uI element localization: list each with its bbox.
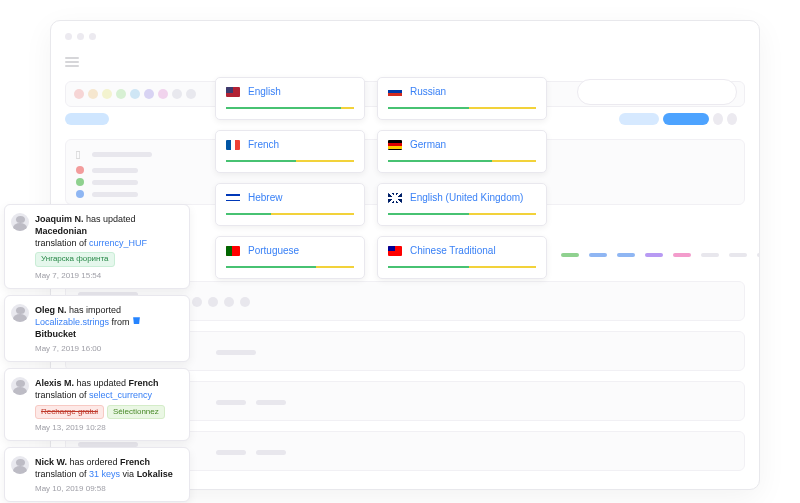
maximize-icon[interactable] (89, 33, 96, 40)
progress-bar (226, 160, 354, 162)
language-card-pt[interactable]: Portuguese (215, 236, 365, 279)
filter-color-dot[interactable] (116, 89, 126, 99)
timestamp: May 13, 2019 10:28 (35, 423, 181, 434)
chip-primary[interactable] (663, 113, 709, 125)
activity-entry[interactable]: Nick W. has ordered Frenchtranslation of… (4, 447, 190, 502)
user-name: Alexis M. (35, 378, 74, 388)
filter-color-dot[interactable] (74, 89, 84, 99)
avatar (11, 213, 29, 231)
platform-dot (76, 190, 84, 198)
filter-color-dot[interactable] (144, 89, 154, 99)
timestamp: May 7, 2019 16:00 (35, 344, 181, 355)
apple-icon:  (76, 148, 80, 162)
filter-color-dot[interactable] (88, 89, 98, 99)
chip-icon[interactable] (713, 113, 723, 125)
key-link[interactable]: 31 keys (89, 469, 120, 479)
progress-dash (673, 253, 691, 257)
flag-icon-ru (388, 87, 402, 97)
timestamp: May 7, 2019 15:54 (35, 271, 181, 282)
translation-pill: Sélectionnez (107, 405, 165, 420)
timestamp: May 10, 2019 09:58 (35, 484, 181, 495)
translation-pill: Унгарска форинта (35, 252, 115, 267)
progress-dash (645, 253, 663, 257)
progress-bar (226, 266, 354, 268)
flag-icon-fr (226, 140, 240, 150)
language-card-en[interactable]: English (215, 77, 365, 120)
avatar (11, 377, 29, 395)
language-name: Hebrew (248, 192, 282, 203)
progress-bar (226, 107, 354, 109)
language-grid: English Russian French German (215, 77, 547, 279)
translation-pill: Recharge gratui (35, 405, 104, 420)
platform-dot (76, 178, 84, 186)
flag-icon-de (388, 140, 402, 150)
bitbucket-icon (132, 316, 141, 325)
progress-dashes (561, 253, 760, 257)
language-card-fr[interactable]: French (215, 130, 365, 173)
activity-entry[interactable]: Alexis M. has updated Frenchtranslation … (4, 368, 190, 441)
language-name: Chinese Traditional (410, 245, 496, 256)
progress-bar (388, 213, 536, 215)
close-icon[interactable] (65, 33, 72, 40)
filter-color-dot[interactable] (172, 89, 182, 99)
key-link[interactable]: currency_HUF (89, 238, 147, 248)
filter-color-dot[interactable] (102, 89, 112, 99)
flag-icon-pt (226, 246, 240, 256)
avatar (11, 456, 29, 474)
activity-entry[interactable]: Joaquim N. has updated Macedoniantransla… (4, 204, 190, 289)
menu-icon[interactable] (65, 57, 79, 67)
user-name: Oleg N. (35, 305, 67, 315)
action-chips (619, 113, 737, 125)
language-name: Portuguese (248, 245, 299, 256)
file-link[interactable]: Localizable.strings (35, 317, 109, 327)
language-card-de[interactable]: German (377, 130, 547, 173)
filter-chip[interactable] (65, 113, 109, 125)
language-card-gb[interactable]: English (United Kingdom) (377, 183, 547, 226)
user-name: Joaquim N. (35, 214, 84, 224)
flag-icon-en (226, 87, 240, 97)
search-input[interactable] (577, 79, 737, 105)
progress-dash (589, 253, 607, 257)
flag-icon-tw (388, 246, 402, 256)
progress-dash (701, 253, 719, 257)
minimize-icon[interactable] (77, 33, 84, 40)
progress-bar (226, 213, 354, 215)
avatar (11, 304, 29, 322)
progress-dash (757, 253, 760, 257)
progress-bar (388, 107, 536, 109)
progress-dash (561, 253, 579, 257)
language-name: Russian (410, 86, 446, 97)
chip-icon[interactable] (727, 113, 737, 125)
filter-color-dot[interactable] (186, 89, 196, 99)
flag-icon-gb (388, 193, 402, 203)
progress-bar (388, 266, 536, 268)
platform-dot (76, 166, 84, 174)
language-name: French (248, 139, 279, 150)
language-name: English (248, 86, 281, 97)
activity-feed: Joaquim N. has updated Macedoniantransla… (4, 204, 190, 502)
key-link[interactable]: select_currency (89, 390, 152, 400)
user-name: Nick W. (35, 457, 67, 467)
progress-bar (388, 160, 536, 162)
language-card-il[interactable]: Hebrew (215, 183, 365, 226)
language-card-tw[interactable]: Chinese Traditional (377, 236, 547, 279)
progress-dash (617, 253, 635, 257)
progress-dash (729, 253, 747, 257)
filter-color-dot[interactable] (158, 89, 168, 99)
filter-color-dot[interactable] (130, 89, 140, 99)
chip-secondary[interactable] (619, 113, 659, 125)
language-name: English (United Kingdom) (410, 192, 523, 203)
language-card-ru[interactable]: Russian (377, 77, 547, 120)
activity-entry[interactable]: Oleg N. has imported Localizable.strings… (4, 295, 190, 362)
language-name: German (410, 139, 446, 150)
flag-icon-il (226, 193, 240, 203)
window-controls (65, 33, 96, 40)
